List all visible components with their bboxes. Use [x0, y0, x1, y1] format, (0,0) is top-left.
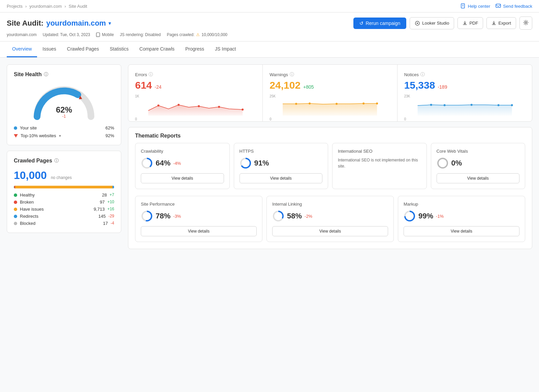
- errors-chart: [135, 99, 256, 116]
- tab-js-impact[interactable]: JS Impact: [210, 41, 241, 57]
- site-health-title: Site Health ⓘ: [14, 71, 114, 78]
- upload-icon: [463, 21, 467, 26]
- header-buttons: ↺ Rerun campaign Looker Studio PDF Expor…: [353, 17, 532, 30]
- thematic-title: Thematic Reports: [128, 127, 532, 143]
- cwv-view-details-button[interactable]: View details: [437, 173, 520, 183]
- https-view-details-button[interactable]: View details: [240, 173, 323, 183]
- domain-chevron-icon[interactable]: ▾: [108, 21, 111, 26]
- site-perf-circle: [141, 210, 153, 222]
- export-icon: [492, 21, 496, 26]
- breadcrumb-page: Site Audit: [69, 4, 87, 9]
- nav-tabs: Overview Issues Crawled Pages Statistics…: [0, 41, 539, 58]
- rerun-campaign-button[interactable]: ↺ Rerun campaign: [353, 18, 406, 29]
- stat-blocked: Blocked 17 -4: [14, 221, 114, 226]
- warnings-chart: [270, 99, 390, 116]
- healthy-dot: [14, 193, 17, 197]
- legend-your-site: Your site 62%: [14, 125, 114, 130]
- site-health-legend: Your site 62% Top-10% websites ▾ 92%: [14, 125, 114, 138]
- tab-progress[interactable]: Progress: [180, 41, 210, 57]
- stat-have-issues: Have issues 9,713 +16: [14, 207, 114, 212]
- top-actions: Help center Send feedback: [461, 3, 532, 9]
- top10-icon: [14, 134, 18, 138]
- tab-compare-crawls[interactable]: Compare Crawls: [134, 41, 180, 57]
- warnings-card: Warnings ⓘ 24,102 +805 25K: [263, 65, 397, 121]
- breadcrumb-sep2: ›: [64, 4, 66, 9]
- cwv-score: 0%: [437, 157, 520, 169]
- send-feedback-link[interactable]: Send feedback: [496, 3, 532, 9]
- warnings-info-icon[interactable]: ⓘ: [290, 71, 294, 78]
- export-button[interactable]: Export: [486, 17, 516, 29]
- errors-card: Errors ⓘ 614 -24 1K: [128, 65, 263, 121]
- svg-point-16: [218, 106, 220, 108]
- tab-crawled-pages[interactable]: Crawled Pages: [62, 41, 104, 57]
- rerun-icon: ↺: [359, 21, 363, 26]
- thematic-site-performance: Site Performance 78% -3% View details: [135, 196, 262, 242]
- notices-info-icon[interactable]: ⓘ: [420, 71, 425, 78]
- notices-sparkline: 23K: [404, 94, 525, 115]
- crawled-pages-info-icon[interactable]: ⓘ: [54, 158, 59, 164]
- header-row: Site Audit: yourdomain.com ▾ ↺ Rerun cam…: [7, 17, 532, 30]
- breadcrumb-sep1: ›: [25, 4, 27, 9]
- errors-number: 614 -24: [135, 80, 256, 91]
- meta-device: Mobile: [96, 32, 114, 37]
- svg-point-8: [98, 36, 99, 36]
- pdf-button[interactable]: PDF: [457, 17, 483, 29]
- help-center-link[interactable]: Help center: [461, 3, 490, 9]
- svg-point-28: [497, 104, 499, 106]
- svg-marker-18: [283, 103, 377, 116]
- tab-issues[interactable]: Issues: [37, 41, 61, 57]
- stats-row: Errors ⓘ 614 -24 1K: [128, 64, 532, 122]
- thematic-internal-linking: Internal Linking 58% -2% View details: [266, 196, 394, 242]
- thematic-crawlability: Crawlability 64% -4% View details: [135, 143, 230, 189]
- svg-point-19: [295, 103, 297, 105]
- blocked-dot: [14, 222, 17, 225]
- svg-rect-3: [496, 4, 501, 7]
- stat-healthy: Healthy 28 +7: [14, 192, 114, 198]
- svg-point-5: [417, 23, 418, 24]
- legend-top10: Top-10% websites ▾ 92%: [14, 133, 114, 138]
- svg-point-20: [309, 102, 311, 104]
- meta-domain: yourdomain.com: [7, 32, 37, 37]
- gauge-chart: 62% -1: [14, 83, 114, 120]
- crawled-pages-bar: [14, 186, 114, 188]
- tab-overview[interactable]: Overview: [7, 41, 37, 57]
- breadcrumb-domain[interactable]: yourdomain.com: [29, 4, 62, 9]
- bar-issues: [15, 186, 113, 188]
- crawlability-circle: [141, 157, 153, 169]
- book-icon: [461, 3, 466, 9]
- internal-linking-view-details-button[interactable]: View details: [272, 226, 388, 236]
- top10-chevron[interactable]: ▾: [59, 133, 61, 138]
- page-header: Site Audit: yourdomain.com ▾ ↺ Rerun cam…: [0, 12, 539, 41]
- issues-dot: [14, 208, 17, 211]
- site-health-info-icon[interactable]: ⓘ: [44, 71, 48, 78]
- left-column: Site Health ⓘ 62% -1: [7, 64, 121, 249]
- warnings-number: 24,102 +805: [270, 80, 390, 91]
- svg-point-27: [470, 104, 472, 106]
- warnings-label: Warnings ⓘ: [270, 71, 390, 78]
- thematic-grid-row2: Site Performance 78% -3% View details In…: [128, 196, 532, 249]
- https-score: 91%: [240, 157, 323, 169]
- page-title: Site Audit: yourdomain.com ▾: [7, 19, 111, 28]
- looker-studio-button[interactable]: Looker Studio: [410, 17, 454, 29]
- broken-dot: [14, 201, 17, 204]
- breadcrumb-projects[interactable]: Projects: [7, 4, 23, 9]
- notices-chart: [404, 99, 525, 116]
- domain-name[interactable]: yourdomain.com: [46, 19, 106, 28]
- notices-number: 15,338 -189: [404, 80, 525, 91]
- stat-redirects: Redirects 145 -29: [14, 214, 114, 219]
- bar-blocked: [114, 186, 114, 188]
- crawled-pages-title: Crawled Pages ⓘ: [14, 158, 114, 164]
- crawlability-view-details-button[interactable]: View details: [141, 173, 224, 183]
- meta-row: yourdomain.com Updated: Tue, Oct 3, 2023…: [7, 32, 532, 37]
- settings-button[interactable]: [519, 17, 532, 30]
- warnings-sparkline: 25K: [270, 94, 390, 115]
- tab-statistics[interactable]: Statistics: [104, 41, 134, 57]
- site-health-card: Site Health ⓘ 62% -1: [7, 64, 121, 145]
- markup-view-details-button[interactable]: View details: [404, 226, 519, 236]
- notices-label: Notices ⓘ: [404, 71, 525, 78]
- svg-point-34: [438, 158, 447, 168]
- markup-circle: [404, 210, 416, 222]
- errors-info-icon[interactable]: ⓘ: [149, 71, 153, 78]
- site-perf-view-details-button[interactable]: View details: [141, 226, 257, 236]
- warning-icon: ⚠: [196, 32, 200, 37]
